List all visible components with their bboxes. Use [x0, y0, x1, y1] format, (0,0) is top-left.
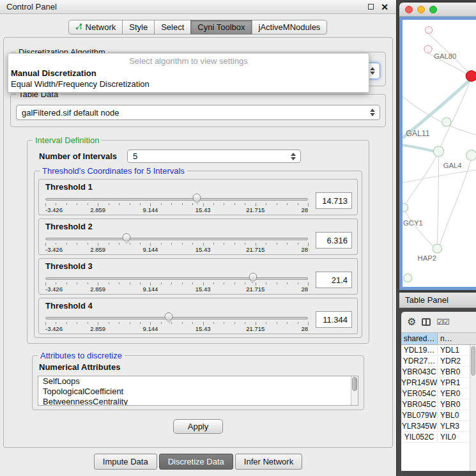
dropdown-option[interactable]: Equal Width/Frequency Discretization: [8, 79, 369, 89]
network-view-window: GAL80 GAL11 GAL4 GCY1 HAP2: [399, 3, 476, 290]
cell-shared-name[interactable]: YPR145W: [401, 378, 438, 387]
slider-tick-labels: -3.4262.8599.14415.4321.71528: [45, 325, 308, 332]
table-row[interactable]: YDL19…YDL1: [401, 345, 476, 356]
table-row[interactable]: YLR345WYLR3: [401, 421, 476, 432]
network-node[interactable]: [403, 204, 408, 212]
threshold-slider-4[interactable]: -3.4262.8599.14415.4321.71528: [45, 311, 308, 332]
network-node[interactable]: [466, 150, 476, 160]
threshold-label: Threshold 1: [45, 182, 352, 192]
slider-tick-labels: -3.4262.8599.14415.4321.71528: [45, 286, 308, 293]
tab-cyni-toolbox[interactable]: Cyni Toolbox: [190, 20, 252, 35]
cell-shared-name[interactable]: YLR345W: [401, 422, 438, 431]
apply-button[interactable]: Apply: [173, 419, 224, 434]
bottom-tab-discretize-data[interactable]: Discretize Data: [159, 454, 233, 470]
bottom-tab-infer-network[interactable]: Infer Network: [235, 454, 302, 470]
cell-shared-name[interactable]: YDR27…: [401, 357, 438, 365]
threshold-slider-1[interactable]: -3.4262.8599.14415.4321.71528: [45, 192, 308, 213]
network-thick-edges: [403, 80, 470, 153]
traffic-zoom-icon[interactable]: [429, 6, 437, 13]
table-row[interactable]: YER054CYER0: [401, 388, 476, 399]
cell-shared-name[interactable]: YER054C: [401, 389, 438, 398]
threshold-value-field[interactable]: 21.4: [316, 272, 352, 288]
slider-track[interactable]: [45, 317, 308, 319]
control-panel-body: Discretization Algorithm Select algorith…: [3, 37, 393, 448]
threshold-value-field[interactable]: 14.713: [316, 192, 352, 209]
attributes-scrollbar[interactable]: [351, 376, 358, 405]
float-icon[interactable]: [368, 4, 374, 10]
table-row[interactable]: YBR043CYBR0: [401, 367, 476, 378]
scrollbar-thumb[interactable]: [471, 346, 475, 376]
tab-label: Select: [161, 22, 184, 32]
threshold-value-field[interactable]: 11.344: [316, 311, 352, 328]
slider-track[interactable]: [45, 198, 308, 201]
column-header-name[interactable]: n…: [438, 333, 476, 344]
gear-icon[interactable]: ⚙: [407, 317, 416, 327]
table-data-selected-value: galFiltered.sif default node: [22, 108, 119, 118]
table-row[interactable]: YBR045CYBR0: [401, 399, 476, 410]
attributes-group: Attributes to discretize Numerical Attri…: [32, 355, 364, 410]
table-row[interactable]: YPR145WYPR1: [401, 378, 476, 388]
slider-thumb[interactable]: [249, 273, 257, 281]
network-node[interactable]: [433, 146, 443, 157]
table-body: YDL19…YDL1YDR27…YDR2YBR043CYBR0YPR145WYP…: [401, 345, 476, 471]
algorithm-dropdown-popup: Select algorithm to view settings Manual…: [8, 53, 369, 93]
column-header-shared-name[interactable]: shared…: [401, 333, 438, 344]
tab-select[interactable]: Select: [154, 20, 191, 35]
cell-shared-name[interactable]: YBR043C: [401, 367, 438, 376]
panel-title: Control Panel: [6, 2, 368, 12]
attribute-list-item[interactable]: BetweennessCentrality: [38, 397, 358, 406]
tab-style[interactable]: Style: [122, 20, 155, 35]
threshold-box-2: Threshold 2 -3.4262.8599.14415.4321.7152…: [38, 219, 358, 255]
network-node[interactable]: [404, 274, 412, 282]
traffic-minimize-icon[interactable]: [417, 6, 425, 13]
network-node-selected-red[interactable]: [466, 71, 476, 82]
attribute-list-item[interactable]: TopologicalCoefficient: [38, 387, 358, 397]
threshold-box-1: Threshold 1 -3.4262.8599.14415.4321.7152…: [38, 179, 358, 215]
node-label: HAP2: [418, 254, 436, 262]
slider-thumb[interactable]: [165, 312, 173, 321]
slider-thumb[interactable]: [193, 194, 201, 202]
table-row[interactable]: YBL079WYBL0: [401, 410, 476, 421]
bottom-tab-impute-data[interactable]: Impute Data: [94, 454, 157, 470]
network-node[interactable]: [433, 244, 441, 253]
slider-thumb[interactable]: [123, 233, 131, 242]
tab-jactivemnodules[interactable]: jActiveMNodules: [252, 20, 328, 35]
slider-track[interactable]: [45, 238, 308, 240]
table-scrollbar[interactable]: [470, 345, 476, 471]
network-node-labels: GAL80 GAL11 GAL4 GCY1 HAP2: [403, 52, 461, 262]
slider-track[interactable]: [45, 277, 308, 280]
control-panel: Control Panel ✕ NetworkStyleSelectCyni T…: [0, 0, 397, 476]
threshold-box-4: Threshold 4 -3.4262.8599.14415.4321.7152…: [38, 298, 358, 334]
number-of-intervals-label: Number of Intervals: [39, 151, 117, 161]
table-row[interactable]: YIL052CYIL0: [401, 432, 476, 443]
tab-label: Network: [86, 22, 116, 32]
node-label: GCY1: [403, 219, 423, 227]
cell-shared-name[interactable]: YIL052C: [401, 433, 438, 441]
columns-icon[interactable]: [422, 318, 431, 326]
threshold-value-field[interactable]: 6.316: [316, 232, 352, 249]
numerical-attributes-list[interactable]: SelfLoopsTopologicalCoefficientBetweenne…: [38, 376, 358, 406]
network-node[interactable]: [442, 118, 451, 127]
network-node[interactable]: [424, 45, 432, 53]
combo-stepper-icon: [370, 67, 375, 75]
cell-shared-name[interactable]: YBL079W: [401, 411, 438, 420]
scrollbar-thumb[interactable]: [352, 377, 357, 391]
network-node[interactable]: [425, 27, 432, 34]
threshold-slider-2[interactable]: -3.4262.8599.14415.4321.71528: [45, 231, 308, 253]
traffic-close-icon[interactable]: [405, 6, 413, 13]
network-canvas[interactable]: GAL80 GAL11 GAL4 GCY1 HAP2: [399, 17, 476, 290]
close-icon[interactable]: ✕: [381, 3, 388, 12]
table-data-select[interactable]: galFiltered.sif default node: [16, 105, 380, 120]
table-row[interactable]: YDR27…YDR2: [401, 356, 476, 367]
cell-shared-name[interactable]: YBR045C: [401, 400, 438, 409]
cell-shared-name[interactable]: YDL19…: [401, 346, 438, 355]
attribute-list-item[interactable]: SelfLoops: [38, 376, 358, 387]
network-graph: GAL80 GAL11 GAL4 GCY1 HAP2: [403, 20, 476, 287]
table-toolbar: ⚙ ☑☑: [401, 312, 476, 332]
intervals-select[interactable]: 5: [127, 150, 301, 163]
dropdown-option[interactable]: Manual Discretization: [8, 68, 369, 79]
threshold-label: Threshold 3: [45, 261, 352, 271]
select-checks-icon[interactable]: ☑☑: [436, 318, 449, 326]
threshold-slider-3[interactable]: -3.4262.8599.14415.4321.71528: [45, 271, 308, 293]
tab-network[interactable]: Network: [68, 20, 123, 35]
